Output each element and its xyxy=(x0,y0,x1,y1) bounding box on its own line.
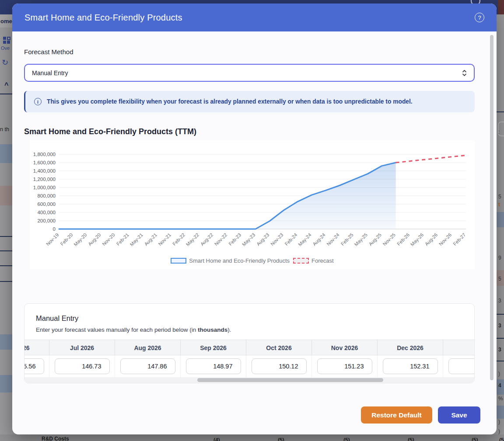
modal-header: Smart Home and Eco-Friendly Products ? xyxy=(12,3,497,31)
chart-legend: Smart Home and Eco-Friendly ProductsFore… xyxy=(30,257,475,264)
background-right-strip: :5t95333)4%))) xyxy=(497,14,504,441)
forecast-column: Nov 2026 xyxy=(312,340,378,377)
forecast-input[interactable] xyxy=(24,358,44,374)
table-cell-fragment: % xyxy=(498,396,503,402)
forecast-input[interactable] xyxy=(448,358,475,374)
forecast-input[interactable] xyxy=(120,358,175,374)
forecast-cell xyxy=(378,355,443,377)
table-band xyxy=(497,406,504,419)
forecast-cell xyxy=(115,355,181,377)
row-label: R&D Costs xyxy=(42,436,69,441)
table-cell-fragment: 3 xyxy=(498,298,501,304)
svg-text:Aug-23: Aug-23 xyxy=(256,232,270,247)
horizontal-scrollbar[interactable] xyxy=(24,377,474,383)
forecast-column: Jun 2026 xyxy=(24,340,49,377)
column-header: Nov 2026 xyxy=(312,340,378,355)
forecast-cell xyxy=(24,355,49,377)
svg-text:Aug-22: Aug-22 xyxy=(200,232,214,247)
forecast-method-label: Forecast Method xyxy=(24,48,475,56)
forecast-method-value: Manual Entry xyxy=(32,69,462,76)
background-left-strip: ome Ove ↻ ^ n th xyxy=(0,14,12,441)
svg-text:600,000: 600,000 xyxy=(37,201,56,207)
save-button[interactable]: Save xyxy=(438,406,480,424)
divider xyxy=(0,281,12,282)
info-icon: i xyxy=(34,98,42,105)
svg-text:May-20: May-20 xyxy=(73,232,88,247)
divider xyxy=(0,236,12,237)
forecast-column: Oct 2026 xyxy=(246,340,312,377)
column-header: Dec 2026 xyxy=(378,340,443,355)
svg-text:Feb-26: Feb-26 xyxy=(396,232,410,247)
modal-title: Smart Home and Eco-Friendly Products xyxy=(24,13,475,23)
modal-footer: Restore Default Save xyxy=(361,406,480,424)
history-icon[interactable]: ↻ xyxy=(2,58,8,67)
svg-text:Nov-24: Nov-24 xyxy=(326,232,340,247)
table-band xyxy=(0,186,12,205)
forecast-column: Dec 2026 xyxy=(378,340,443,377)
divider xyxy=(497,314,504,315)
select-chevrons-icon xyxy=(462,69,467,77)
svg-text:Nov-25: Nov-25 xyxy=(382,232,397,247)
forecast-modal: Smart Home and Eco-Friendly Products ? F… xyxy=(12,3,497,434)
dashboard-grid-icon xyxy=(3,37,10,44)
column-header xyxy=(443,340,474,355)
svg-text:Feb-21: Feb-21 xyxy=(116,232,130,247)
chevron-up-icon[interactable]: ^ xyxy=(4,81,8,89)
table-cell-fragment: ) xyxy=(498,419,500,425)
forecast-input[interactable] xyxy=(383,358,438,374)
svg-text:May-22: May-22 xyxy=(185,232,200,247)
svg-text:May-25: May-25 xyxy=(354,232,368,247)
svg-text:May-24: May-24 xyxy=(297,232,312,247)
table-cell-fragment: (5) xyxy=(278,437,284,441)
legend-swatch xyxy=(171,258,186,264)
legend-item: Forecast xyxy=(293,257,334,264)
forecast-input[interactable] xyxy=(186,358,241,374)
table-row-fragment: n th xyxy=(0,126,9,132)
svg-text:Aug-26: Aug-26 xyxy=(424,232,439,247)
table-cell-fragment: 4 xyxy=(498,382,501,389)
forecast-cell xyxy=(312,355,378,377)
forecast-input[interactable] xyxy=(317,358,372,374)
svg-text:Nov-26: Nov-26 xyxy=(438,232,453,247)
table-band xyxy=(0,144,12,163)
horizontal-scrollbar-thumb[interactable] xyxy=(197,378,383,382)
table-cell-fragment: ) xyxy=(498,428,500,434)
forecast-method-select[interactable]: Manual Entry xyxy=(24,64,475,82)
svg-text:800,000: 800,000 xyxy=(37,193,56,198)
svg-text:1,400,000: 1,400,000 xyxy=(33,168,56,174)
divider xyxy=(0,265,12,266)
table-cell-fragment: (4) xyxy=(214,437,220,441)
table-band xyxy=(0,375,12,392)
svg-text:1,800,000: 1,800,000 xyxy=(33,152,56,157)
column-header: Sep 2026 xyxy=(181,340,246,355)
svg-text:0: 0 xyxy=(53,226,56,232)
manual-entry-heading: Manual Entry xyxy=(24,314,474,323)
ttm-chart: 0200,000400,000600,000800,0001,000,0001,… xyxy=(30,145,475,255)
table-band xyxy=(0,334,12,350)
manual-entry-card: Manual Entry Enter your forecast values … xyxy=(24,303,475,383)
column-header: Jul 2026 xyxy=(49,340,115,355)
forecast-cell xyxy=(443,355,474,377)
forecast-input[interactable] xyxy=(55,358,110,374)
svg-text:1,600,000: 1,600,000 xyxy=(33,160,56,165)
modal-body: Forecast Method Manual Entry i This give… xyxy=(12,48,497,383)
forecast-table-viewport: Jun 2026Jul 2026Aug 2026Sep 2026Oct 2026… xyxy=(24,340,474,377)
restore-default-button[interactable]: Restore Default xyxy=(361,406,432,424)
table-cell-fragment: (5) xyxy=(472,437,478,441)
table-cell-fragment: : xyxy=(498,129,500,135)
legend-swatch xyxy=(293,258,309,264)
divider xyxy=(497,338,504,339)
table-cell-fragment: (5) xyxy=(343,437,350,441)
svg-text:Nov-22: Nov-22 xyxy=(214,232,228,247)
manual-entry-description: Enter your forecast values manually for … xyxy=(24,326,474,333)
sidebar-item-overview[interactable]: Ove xyxy=(1,45,10,51)
help-icon[interactable]: ? xyxy=(475,13,484,22)
svg-text:200,000: 200,000 xyxy=(37,218,56,223)
forecast-column: Aug 2026 xyxy=(115,340,181,377)
tab-underline xyxy=(0,94,12,94)
column-header: Jun 2026 xyxy=(24,340,49,355)
forecast-input[interactable] xyxy=(252,358,307,374)
modal-scrollbar-thumb[interactable] xyxy=(490,35,494,380)
info-text: This gives you complete flexibility when… xyxy=(47,98,413,105)
svg-text:Nov-20: Nov-20 xyxy=(101,232,116,247)
